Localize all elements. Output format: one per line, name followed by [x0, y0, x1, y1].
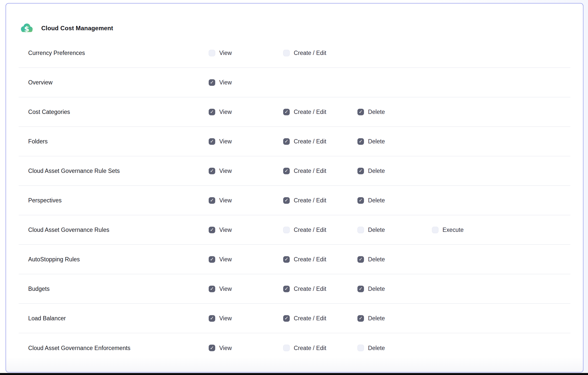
permission-label[interactable]: Delete [368, 315, 385, 322]
permission-label[interactable]: View [219, 50, 232, 56]
permission-label[interactable]: Create / Edit [294, 315, 326, 322]
permission-checkbox[interactable]: ✓ [283, 109, 290, 115]
resource-label: Load Balancer [28, 315, 66, 322]
permission-row: Load Balancer ✓ View ✓ Create / Edit ✓ D… [19, 304, 570, 333]
permission-row: Budgets ✓ View ✓ Create / Edit ✓ Delete [19, 274, 570, 304]
permission-label[interactable]: Create / Edit [294, 50, 326, 56]
permission-cell: ✓ Delete [357, 345, 385, 351]
permission-label[interactable]: Create / Edit [294, 109, 326, 115]
permission-row: AutoStopping Rules ✓ View ✓ Create / Edi… [19, 245, 570, 274]
permission-row: Cost Categories ✓ View ✓ Create / Edit ✓… [19, 97, 570, 127]
permission-checkbox[interactable]: ✓ [209, 109, 215, 115]
permission-label[interactable]: View [219, 138, 232, 145]
permission-row: Overview ✓ View [19, 68, 570, 97]
permission-label[interactable]: Delete [368, 168, 385, 174]
permission-label[interactable]: View [219, 197, 232, 204]
permission-cell: ✓ Create / Edit [283, 138, 326, 145]
permission-label[interactable]: Create / Edit [294, 197, 326, 204]
permission-cell: ✓ View [209, 227, 232, 233]
permission-label[interactable]: Delete [368, 345, 385, 351]
permission-cell: ✓ View [209, 79, 232, 86]
permission-label[interactable]: Delete [368, 109, 385, 115]
permission-cell: ✓ Delete [357, 197, 385, 204]
permission-checkbox[interactable]: ✓ [283, 256, 290, 263]
resource-label: Cloud Asset Governance Enforcements [28, 345, 130, 351]
permission-cell: ✓ View [209, 168, 232, 174]
resource-label: AutoStopping Rules [28, 256, 80, 263]
permission-checkbox[interactable]: ✓ [283, 315, 290, 322]
check-icon: ✓ [210, 257, 214, 262]
permission-checkbox[interactable]: ✓ [357, 345, 364, 351]
permission-checkbox[interactable]: ✓ [209, 168, 215, 174]
check-icon: ✓ [210, 168, 214, 173]
permission-checkbox[interactable]: ✓ [283, 168, 290, 174]
permission-checkbox[interactable]: ✓ [283, 50, 290, 56]
permission-checkbox[interactable]: ✓ [283, 286, 290, 292]
permission-cell: ✓ Create / Edit [283, 50, 326, 56]
permission-checkbox[interactable]: ✓ [283, 197, 290, 204]
permission-label[interactable]: View [219, 227, 232, 233]
permission-checkbox[interactable]: ✓ [209, 79, 215, 86]
permission-label[interactable]: Execute [443, 227, 464, 233]
permission-label[interactable]: Delete [368, 256, 385, 263]
permission-checkbox[interactable]: ✓ [209, 315, 215, 322]
check-icon: ✓ [210, 227, 214, 232]
permission-row: Folders ✓ View ✓ Create / Edit ✓ Delete [19, 127, 570, 156]
page-title: Cloud Cost Management [41, 25, 113, 32]
permission-cell: ✓ Create / Edit [283, 286, 326, 292]
permission-label[interactable]: Delete [368, 286, 385, 292]
permission-label[interactable]: View [219, 168, 232, 174]
permission-checkbox[interactable]: ✓ [357, 197, 364, 204]
permission-cell: ✓ Create / Edit [283, 227, 326, 233]
permission-cell: ✓ Create / Edit [283, 345, 326, 351]
check-icon: ✓ [284, 109, 288, 114]
permission-checkbox[interactable]: ✓ [357, 109, 364, 115]
permission-cell: ✓ Create / Edit [283, 109, 326, 115]
permission-label[interactable]: View [219, 286, 232, 292]
check-icon: ✓ [210, 286, 214, 291]
permission-checkbox[interactable]: ✓ [209, 286, 215, 292]
permission-label[interactable]: Create / Edit [294, 227, 326, 233]
permission-label[interactable]: Delete [368, 138, 385, 145]
permission-checkbox[interactable]: ✓ [209, 50, 215, 56]
permission-checkbox[interactable]: ✓ [209, 345, 215, 351]
permission-label[interactable]: Delete [368, 227, 385, 233]
permission-checkbox[interactable]: ✓ [209, 138, 215, 145]
permission-cell: ✓ Execute [432, 227, 464, 233]
permission-checkbox[interactable]: ✓ [283, 227, 290, 233]
resource-label: Cloud Asset Governance Rule Sets [28, 168, 120, 174]
permission-label[interactable]: Create / Edit [294, 256, 326, 263]
permission-label[interactable]: Delete [368, 197, 385, 204]
permission-label[interactable]: Create / Edit [294, 138, 326, 145]
permission-checkbox[interactable]: ✓ [432, 227, 438, 233]
permission-cell: ✓ Create / Edit [283, 315, 326, 322]
permission-checkbox[interactable]: ✓ [283, 138, 290, 145]
permission-checkbox[interactable]: ✓ [357, 168, 364, 174]
permission-checkbox[interactable]: ✓ [357, 286, 364, 292]
permission-label[interactable]: Create / Edit [294, 286, 326, 292]
permission-checkbox[interactable]: ✓ [357, 138, 364, 145]
permission-label[interactable]: View [219, 345, 232, 351]
permission-checkbox[interactable]: ✓ [209, 256, 215, 263]
permission-label[interactable]: Create / Edit [294, 168, 326, 174]
permission-checkbox[interactable]: ✓ [209, 227, 215, 233]
permission-checkbox[interactable]: ✓ [283, 345, 290, 351]
permission-cell: ✓ Delete [357, 138, 385, 145]
check-icon: ✓ [359, 286, 363, 291]
permission-checkbox[interactable]: ✓ [357, 256, 364, 263]
check-icon: ✓ [210, 80, 214, 85]
permission-label[interactable]: View [219, 109, 232, 115]
permission-label[interactable]: View [219, 79, 232, 86]
check-icon: ✓ [210, 316, 214, 321]
permission-checkbox[interactable]: ✓ [357, 227, 364, 233]
permission-cell: ✓ Delete [357, 227, 385, 233]
permission-label[interactable]: Create / Edit [294, 345, 326, 351]
permission-label[interactable]: View [219, 256, 232, 263]
permission-checkbox[interactable]: ✓ [357, 315, 364, 322]
permission-label[interactable]: View [219, 315, 232, 322]
permission-checkbox[interactable]: ✓ [209, 197, 215, 204]
permission-cell: ✓ View [209, 286, 232, 292]
permission-cell: ✓ View [209, 345, 232, 351]
resource-label: Cost Categories [28, 109, 70, 115]
check-icon: ✓ [359, 316, 363, 321]
